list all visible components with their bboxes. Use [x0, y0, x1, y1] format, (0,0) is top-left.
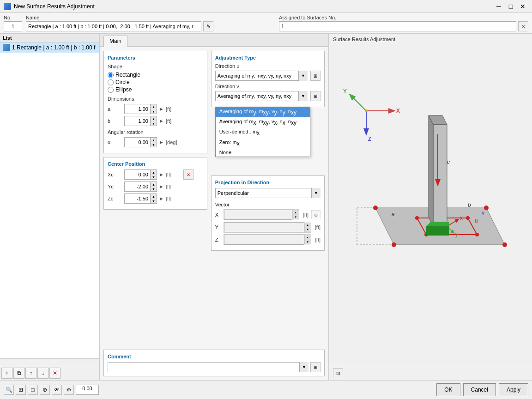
a-down-btn[interactable]: ▼ — [150, 109, 157, 114]
vector-y-row: Y ▲ ▼ [ft] — [215, 222, 320, 233]
a-input[interactable] — [125, 104, 150, 114]
vector-z-label: Z — [215, 237, 222, 242]
close-button[interactable]: ✕ — [517, 2, 528, 11]
dropdown-option-3[interactable]: User-defined : mx — [216, 127, 310, 138]
select-button[interactable]: □ — [28, 385, 38, 395]
center-position-section: Center Position Xc ▲ ▼ — [103, 157, 207, 210]
clear-assigned-button[interactable]: ✕ — [518, 21, 528, 31]
viz-svg: X Y Z — [339, 79, 523, 332]
shape-ellipse-radio[interactable] — [108, 87, 114, 93]
alpha-down-btn[interactable]: ▼ — [150, 142, 157, 147]
viz-export-btn[interactable]: ⊡ — [333, 368, 343, 378]
comment-expand-btn[interactable]: ⊞ — [310, 362, 320, 372]
shape-circle-radio[interactable] — [108, 79, 114, 85]
direction-u-settings-btn[interactable]: ⊞ — [310, 71, 320, 81]
zc-input[interactable] — [125, 194, 150, 203]
dropdown-option-2[interactable]: Averaging of mx, mxy, vx, nx, nxy — [216, 117, 310, 127]
yc-up-btn[interactable]: ▲ — [150, 182, 157, 187]
xc-input-wrap: ▲ ▼ — [124, 169, 157, 180]
horizontal-scrollbar[interactable] — [0, 358, 99, 366]
b-arrow: ▶ — [160, 119, 163, 123]
shape-circle[interactable]: Circle — [108, 79, 203, 85]
assigned-input[interactable] — [279, 21, 516, 31]
xc-down-btn[interactable]: ▼ — [150, 175, 157, 179]
action-buttons: OK Cancel Apply — [436, 383, 528, 396]
no-input[interactable] — [4, 21, 22, 31]
parameters-title: Parameters — [108, 55, 203, 60]
comment-title: Comment — [108, 354, 320, 359]
svg-text:y: y — [455, 231, 458, 238]
dropdown-option-5[interactable]: None — [216, 148, 310, 157]
xc-up-btn[interactable]: ▲ — [150, 170, 157, 175]
assigned-label: Assigned to Surfaces No. — [279, 15, 528, 20]
b-label: b — [108, 118, 121, 124]
comment-select[interactable] — [108, 362, 308, 372]
add-button[interactable]: + — [1, 368, 12, 379]
vector-x-btn: ⊕ — [311, 210, 320, 219]
list-toolbar: + ⧉ ↑ ↓ ✕ — [0, 366, 99, 380]
grid-button[interactable]: ⊞ — [16, 385, 26, 395]
alpha-input-wrap: ▲ ▼ — [124, 137, 157, 147]
vector-y-input — [224, 222, 304, 232]
title-bar: New Surface Results Adjustment ─ □ ✕ — [0, 0, 532, 13]
yc-down-btn[interactable]: ▼ — [150, 187, 157, 191]
ok-button[interactable]: OK — [436, 383, 460, 396]
alpha-up-btn[interactable]: ▲ — [150, 138, 157, 142]
zoom-button[interactable]: 🔍 — [4, 385, 14, 395]
xc-label: Xc — [108, 172, 121, 177]
minimize-button[interactable]: ─ — [493, 2, 504, 11]
a-label: a — [108, 106, 121, 112]
a-up-btn[interactable]: ▲ — [150, 104, 157, 109]
projection-section: Projection in Direction Perpendicular X … — [211, 175, 325, 251]
duplicate-button[interactable]: ⧉ — [13, 368, 24, 379]
angular-label: Angular rotation — [108, 129, 144, 135]
list-item[interactable]: 1 Rectangle | a : 1.00 ft | b : 1.00 f — [0, 42, 99, 53]
direction-u-select[interactable]: Averaging of my, mxy, vy, ny, nxy Averag… — [215, 71, 308, 81]
maximize-button[interactable]: □ — [505, 2, 516, 11]
settings-button[interactable]: ⚙ — [64, 385, 74, 395]
direction-u-wrap: Averaging of my, mxy, vy, ny, nxy Averag… — [215, 71, 308, 81]
dropdown-option-4[interactable]: Zero: mx — [216, 138, 310, 148]
apply-button[interactable]: Apply — [499, 383, 528, 396]
direction-v-settings-btn[interactable]: ⊞ — [310, 91, 320, 101]
parameters-section: Parameters Shape Rectangle — [103, 51, 207, 153]
center-position-title: Center Position — [108, 161, 203, 167]
tab-main[interactable]: Main — [103, 36, 127, 47]
svg-text:v: v — [482, 210, 484, 216]
shape-rectangle[interactable]: Rectangle — [108, 72, 203, 78]
delete-button[interactable]: ✕ — [49, 368, 60, 379]
svg-marker-30 — [433, 125, 447, 226]
move-button[interactable]: ⊕ — [40, 385, 50, 395]
b-input[interactable] — [125, 116, 150, 126]
alpha-input[interactable] — [125, 138, 150, 147]
yc-unit: [ft] — [166, 184, 180, 189]
tabs-bar: Main — [100, 34, 328, 47]
a-unit: [ft] — [166, 106, 180, 112]
dropdown-option-1[interactable]: Averaging of my, mxy, vy, ny, nxy — [216, 107, 310, 117]
svg-marker-31 — [429, 115, 433, 226]
vector-z-spin: ▲ ▼ — [304, 235, 311, 244]
direction-v-select[interactable]: Averaging of my, mxy, vy, ny, nxy Averag… — [215, 91, 308, 101]
zc-down-btn[interactable]: ▼ — [150, 199, 157, 203]
name-input[interactable] — [26, 21, 201, 31]
edit-name-button[interactable]: ✎ — [203, 21, 213, 31]
cancel-button[interactable]: Cancel — [463, 383, 496, 396]
move-down-button[interactable]: ↓ — [37, 368, 48, 379]
b-down-btn[interactable]: ▼ — [150, 121, 157, 126]
move-up-button[interactable]: ↑ — [25, 368, 36, 379]
xc-arrow: ▶ — [160, 172, 163, 177]
b-up-btn[interactable]: ▲ — [150, 116, 157, 121]
shape-rectangle-radio[interactable] — [108, 72, 114, 78]
yc-arrow: ▶ — [160, 184, 163, 189]
dimensions-label: Dimensions — [108, 96, 134, 102]
shape-radio-group: Rectangle Circle Ellipse — [108, 72, 203, 93]
zc-up-btn[interactable]: ▲ — [150, 194, 157, 199]
xc-clear-btn[interactable]: ✕ — [183, 169, 193, 180]
view-button[interactable]: 👁 — [52, 385, 62, 395]
yc-input[interactable] — [125, 182, 150, 191]
shape-ellipse[interactable]: Ellipse — [108, 86, 203, 93]
projection-select[interactable]: Perpendicular X Y Z — [215, 188, 320, 198]
direction-u-label: Direction u — [215, 63, 320, 69]
direction-v-wrap: Averaging of my, mxy, vy, ny, nxy Averag… — [215, 91, 308, 101]
xc-input[interactable] — [125, 170, 150, 179]
